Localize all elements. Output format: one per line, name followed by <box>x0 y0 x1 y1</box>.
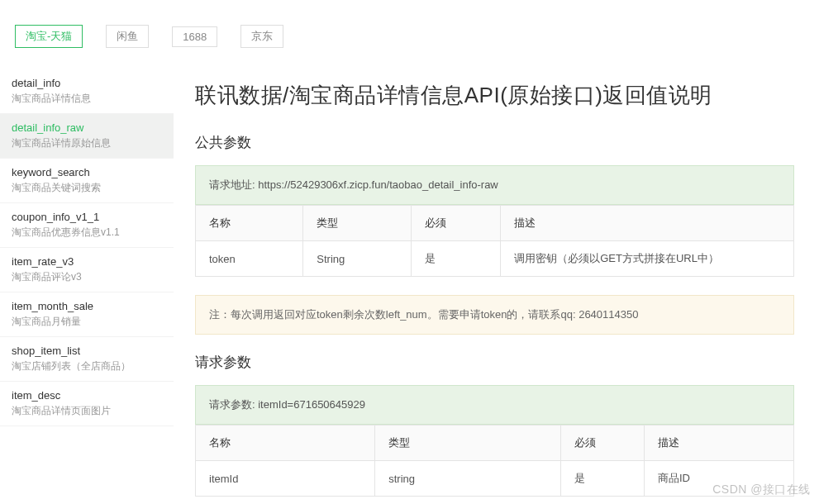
main-content: 联讯数据/淘宝商品详情信息API(原始接口)返回值说明 公共参数 请求地址: h… <box>190 69 819 504</box>
sidebar-item-title: keyword_search <box>12 165 162 180</box>
th-desc: 描述 <box>644 426 793 461</box>
sidebar-item-title: shop_item_list <box>12 344 162 359</box>
tab-xianyu[interactable]: 闲鱼 <box>106 25 149 48</box>
sidebar-item-title: item_rate_v3 <box>12 254 162 269</box>
table-row: token String 是 调用密钥（必须以GET方式拼接在URL中） <box>196 241 794 277</box>
table-header-row: 名称 类型 必须 描述 <box>196 206 794 241</box>
tab-jd[interactable]: 京东 <box>240 25 283 48</box>
platform-tabs: 淘宝-天猫 闲鱼 1688 京东 <box>0 0 819 61</box>
sidebar-item-shop-item-list[interactable]: shop_item_list 淘宝店铺列表（全店商品） <box>0 337 174 382</box>
tab-1688[interactable]: 1688 <box>172 26 217 47</box>
sidebar-item-sub: 淘宝商品详情原始信息 <box>12 136 162 150</box>
api-sidebar: detail_info 淘宝商品详情信息 detail_info_raw 淘宝商… <box>0 69 174 504</box>
sidebar-item-sub: 淘宝商品评论v3 <box>12 270 162 284</box>
table-row: itemId string 是 商品ID <box>196 461 794 497</box>
section-public-params: 公共参数 <box>195 133 794 152</box>
cell-desc: 商品ID <box>644 461 793 497</box>
sidebar-item-item-rate[interactable]: item_rate_v3 淘宝商品评论v3 <box>0 248 174 292</box>
th-type: 类型 <box>375 426 560 461</box>
public-params-table: 名称 类型 必须 描述 token String 是 调用密钥（必须以GET方式… <box>195 205 794 277</box>
sidebar-item-title: item_desc <box>12 388 162 403</box>
sidebar-item-detail-info-raw[interactable]: detail_info_raw 淘宝商品详情原始信息 <box>0 114 174 159</box>
sidebar-item-sub: 淘宝商品详情页面图片 <box>12 404 162 418</box>
cell-required: 是 <box>560 461 644 497</box>
sidebar-item-sub: 淘宝商品详情信息 <box>12 92 162 106</box>
sidebar-item-title: coupon_info_v1_1 <box>12 210 162 225</box>
th-desc: 描述 <box>501 206 794 241</box>
sidebar-item-sub: 淘宝商品关键词搜索 <box>12 181 162 195</box>
th-name: 名称 <box>196 426 375 461</box>
cell-required: 是 <box>411 241 501 277</box>
sidebar-item-sub: 淘宝商品月销量 <box>12 315 162 329</box>
sidebar-item-item-desc[interactable]: item_desc 淘宝商品详情页面图片 <box>0 382 174 426</box>
th-required: 必须 <box>560 426 644 461</box>
th-name: 名称 <box>196 206 303 241</box>
cell-type: string <box>375 461 560 497</box>
tab-taobao-tmall[interactable]: 淘宝-天猫 <box>15 25 83 48</box>
request-url-box: 请求地址: https://52429306xf.zicp.fun/taobao… <box>195 165 794 205</box>
cell-desc: 调用密钥（必须以GET方式拼接在URL中） <box>501 241 794 277</box>
sidebar-item-sub: 淘宝商品优惠券信息v1.1 <box>12 226 162 240</box>
request-params-table: 名称 类型 必须 描述 itemId string 是 商品ID <box>195 425 794 497</box>
request-params-box: 请求参数: itemId=671650645929 <box>195 385 794 425</box>
note-box: 注：每次调用返回对应token剩余次数left_num。需要申请token的，请… <box>195 295 794 335</box>
page-title: 联讯数据/淘宝商品详情信息API(原始接口)返回值说明 <box>195 81 794 110</box>
sidebar-item-detail-info[interactable]: detail_info 淘宝商品详情信息 <box>0 69 174 114</box>
sidebar-item-title: detail_info <box>12 76 162 91</box>
sidebar-item-title: detail_info_raw <box>12 121 162 136</box>
cell-type: String <box>303 241 411 277</box>
th-type: 类型 <box>303 206 411 241</box>
table-header-row: 名称 类型 必须 描述 <box>196 426 794 461</box>
sidebar-item-item-month-sale[interactable]: item_month_sale 淘宝商品月销量 <box>0 292 174 337</box>
th-required: 必须 <box>411 206 501 241</box>
section-request-params: 请求参数 <box>195 353 794 372</box>
sidebar-item-title: item_month_sale <box>12 299 162 314</box>
cell-name: token <box>196 241 303 277</box>
cell-name: itemId <box>196 461 375 497</box>
sidebar-item-sub: 淘宝店铺列表（全店商品） <box>12 359 162 373</box>
sidebar-item-keyword-search[interactable]: keyword_search 淘宝商品关键词搜索 <box>0 159 174 203</box>
sidebar-item-coupon-info[interactable]: coupon_info_v1_1 淘宝商品优惠券信息v1.1 <box>0 203 174 248</box>
